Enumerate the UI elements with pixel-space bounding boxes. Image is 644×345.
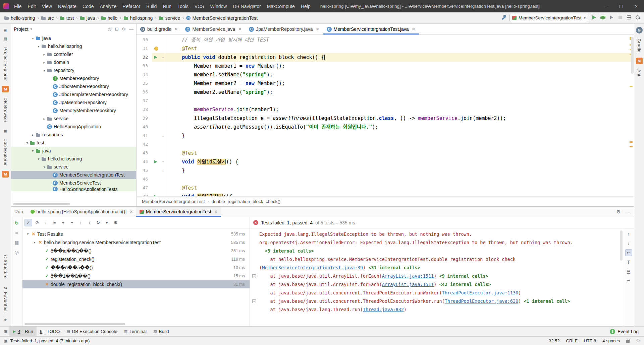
breadcrumb-item-service[interactable]: service <box>158 15 181 21</box>
stack-trace-link[interactable]: MemberServiceIntergrationTest.java:39 <box>262 265 363 270</box>
chevron-right-icon[interactable]: ▸ <box>42 53 47 56</box>
hide-icon[interactable]: — <box>129 26 133 31</box>
menu-file[interactable]: File <box>11 0 25 12</box>
project-row-resources[interactable]: ▸resources <box>11 131 136 139</box>
toolwindow-button-terminal[interactable]: ▥Terminal <box>121 327 150 336</box>
project-row-hello-hellospring[interactable]: ▾hello.hellospring <box>11 155 136 163</box>
menu-code[interactable]: Code <box>79 0 97 12</box>
next-failed-test-button[interactable]: ↓ <box>86 219 93 226</box>
test-layout-icon[interactable]: ▦ <box>13 239 20 246</box>
close-icon[interactable]: ✕ <box>174 27 178 31</box>
fold-expand-icon[interactable]: + <box>252 274 256 278</box>
stack-trace-link[interactable]: ThreadPoolExecutor.java:630 <box>445 298 518 304</box>
editor-line-42[interactable]: 42 <box>137 140 634 149</box>
scroll-up-button[interactable]: ↑ <box>625 230 632 237</box>
menu-build[interactable]: Build <box>143 0 160 12</box>
event-log-button[interactable]: 1 Event Log <box>610 327 642 336</box>
stripe-button-db-browser[interactable]: DB Browser <box>3 97 8 122</box>
editor-line-34[interactable]: 34 member1.setName("spring"); <box>137 70 634 79</box>
close-icon[interactable]: ✕ <box>238 27 241 31</box>
chevron-right-icon[interactable]: ▸ <box>30 133 36 137</box>
clear-all-button[interactable]: ▭ <box>625 277 632 284</box>
stripe-button-ant[interactable]: Ant <box>637 69 642 76</box>
run-configuration-select[interactable]: MemberServiceIntergrationTest ▾ <box>509 14 588 22</box>
chevron-down-icon[interactable]: ▾ <box>36 157 41 161</box>
test-tree-scrollbar[interactable] <box>24 323 125 325</box>
project-row-service[interactable]: ▸service <box>11 115 136 123</box>
run-test-icon[interactable] <box>152 192 160 196</box>
menu-refactor[interactable]: Refactor <box>119 0 143 12</box>
close-icon[interactable]: ✕ <box>214 209 218 214</box>
rerun-failed-tests-button[interactable]: ↻ <box>94 219 102 226</box>
menu-analyze[interactable]: Analyze <box>97 0 120 12</box>
chevron-down-icon[interactable]: ▾ <box>30 37 36 40</box>
close-icon[interactable]: ✕ <box>129 209 133 214</box>
file-encoding[interactable]: UTF-8 <box>584 338 596 343</box>
test-console[interactable]: Expected java.lang.IllegalStateException… <box>250 228 623 326</box>
stripe-button-gradle[interactable]: Gradle <box>637 39 642 53</box>
settings-button[interactable]: ⚙ <box>112 219 119 226</box>
gear-icon[interactable]: ⚙ <box>636 338 640 343</box>
chevron-down-icon[interactable]: ▾ <box>42 165 47 169</box>
editor-tab-memberservice-java[interactable]: MemberService.java✕ <box>181 24 245 34</box>
toolwindow-button-build[interactable]: ▧Build <box>150 327 172 336</box>
stripe-button-job-explorer[interactable]: Job Explorer <box>3 139 8 166</box>
stack-trace-link[interactable]: ArrayList.java:1511 <box>382 282 434 287</box>
editor-line-44[interactable]: 44▾ void 회원id로찾기() { <box>137 157 634 166</box>
close-icon[interactable]: ✕ <box>316 27 319 31</box>
soft-wrap-button[interactable]: ↩ <box>625 249 632 256</box>
run-tab-hello-spring-hellospringapplication-main[interactable]: hello-spring [HelloSpringApplication.mai… <box>27 207 137 217</box>
collapse-all-icon[interactable]: ⊟ <box>115 26 118 31</box>
editor-tab-jpamemberrepository-java[interactable]: JpaMemberRepository.java✕ <box>245 24 323 34</box>
chevron-down-icon[interactable]: ▾ <box>24 141 30 145</box>
scroll-down-button[interactable]: ↓ <box>625 240 632 247</box>
menu-maxcompute[interactable]: MaxCompute <box>264 0 298 12</box>
sort-by-duration-button[interactable]: ≡ <box>51 219 58 226</box>
project-tool-icon[interactable]: ▣ <box>2 27 9 33</box>
breadcrumb-item-hello-spring[interactable]: hello-spring <box>3 15 36 21</box>
menu-help[interactable]: Help <box>298 0 314 12</box>
maxcompute-icon[interactable]: M <box>2 86 9 92</box>
hammer-button[interactable] <box>501 14 507 21</box>
chevron-right-icon[interactable]: ▸ <box>42 61 47 64</box>
toolwindow-button-db-execution-console[interactable]: ▤DB Execution Console <box>63 327 120 336</box>
sort-alphabetically-button[interactable]: ↕ <box>42 219 50 226</box>
editor-line-46[interactable]: 46 <box>137 175 634 184</box>
editor-line-33[interactable]: 33 Member member1 = new Member(); <box>137 62 634 70</box>
indent-size[interactable]: 4 spaces <box>602 338 620 343</box>
run-tab-memberserviceintergrationtest[interactable]: MemberServiceIntergrationTest✕ <box>136 207 221 217</box>
close-button[interactable]: × <box>629 0 644 12</box>
project-row-memberserviceintergrationtest[interactable]: MemberServiceIntergrationTest <box>11 171 136 179</box>
menu-vcs[interactable]: VCS <box>192 0 207 12</box>
project-row-repository[interactable]: ▾repository <box>11 66 136 74</box>
collapse-all-button[interactable]: − <box>68 219 76 226</box>
test-tree-row-1[interactable]: ✓ð��1��ã��()15 ms <box>22 272 250 280</box>
project-row-hello-hellospring[interactable]: ▾hello.hellospring <box>11 42 136 50</box>
search-button[interactable] <box>635 14 641 21</box>
fold-marker[interactable]: ▾ <box>160 157 166 166</box>
minimize-button[interactable]: – <box>598 0 613 12</box>
project-row-memberservicetest[interactable]: MemberServiceTest <box>11 179 136 187</box>
line-separator[interactable]: CRLF <box>566 338 578 343</box>
console-scrollbar[interactable] <box>620 230 623 261</box>
editor-line-39[interactable]: 39 IllegalStateException e = assertThrow… <box>137 114 634 123</box>
maximize-button[interactable]: □ <box>613 0 629 12</box>
test-tree-row-id[interactable]: ✓ð��id��ã��()361 ms <box>22 247 250 255</box>
menu-window[interactable]: Window <box>207 0 230 12</box>
project-row-hellospringapplication[interactable]: HelloSpringApplication <box>11 123 136 131</box>
toolwindow-button-run[interactable]: ▶4: Run <box>9 327 36 336</box>
menu-navigate[interactable]: Navigate <box>55 0 79 12</box>
fold-marker[interactable]: ▴ <box>160 166 166 175</box>
run-test-icon[interactable] <box>152 157 160 166</box>
editor-tab-build-gradle[interactable]: build.gradle✕ <box>137 24 181 34</box>
project-row-memorymemberrepository[interactable]: MemoryMemberRepository <box>11 107 136 115</box>
breadcrumb-item-src[interactable]: src <box>40 15 55 21</box>
run-button[interactable] <box>591 14 597 21</box>
menu-view[interactable]: View <box>39 0 55 12</box>
maxcompute-icon[interactable]: M <box>636 58 643 64</box>
chevron-down-icon[interactable]: ▾ <box>31 27 32 31</box>
editor-line-43[interactable]: 43 @Test <box>137 149 634 157</box>
toolwindow-access-icon[interactable]: ▣ <box>4 339 7 343</box>
menu-db-navigator[interactable]: DB Navigator <box>230 0 264 12</box>
toolwindow-switcher-icon[interactable]: ▣ <box>2 327 9 336</box>
